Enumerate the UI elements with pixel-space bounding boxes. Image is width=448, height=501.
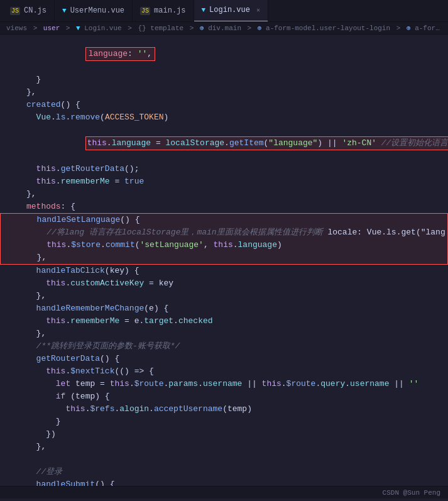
tab-usermenu-label: UserMenu.vue — [70, 6, 124, 15]
line-number — [0, 265, 24, 277]
code-line: }, — [0, 441, 448, 453]
vue-icon-login: ▼ — [202, 6, 206, 14]
vue-icon-usermenu: ▼ — [62, 7, 67, 14]
tab-usermenu[interactable]: ▼ UserMenu.vue — [55, 0, 133, 22]
line-content: } — [24, 416, 448, 428]
breadcrumb-arrow2: ⊕ — [258, 25, 262, 32]
breadcrumb-vue-icon: ▼ — [76, 25, 80, 32]
line-number — [0, 74, 24, 86]
breadcrumb: views > user > ▼ Login.vue > {} template… — [0, 22, 448, 35]
code-line: } — [0, 416, 448, 428]
line-content: }, — [24, 441, 448, 453]
highlight-block-1: handleSetLanguage() { //将lang 语言存在localS… — [0, 213, 448, 265]
line-number — [1, 251, 25, 264]
code-line: created() { — [0, 99, 448, 111]
line-content: handleRememberMeChange(e) { — [24, 302, 448, 315]
js-icon: JS — [10, 7, 20, 15]
tab-login[interactable]: ▼ Login.vue ✕ — [194, 0, 268, 22]
line-content: Vue.ls.remove(ACCESS_TOKEN) — [24, 111, 448, 124]
line-number — [0, 35, 24, 74]
line-number — [0, 478, 24, 486]
code-line: getRouterData() { — [0, 353, 448, 365]
line-content — [24, 453, 448, 466]
code-line: }, — [0, 86, 448, 99]
code-line: this.rememberMe = true — [0, 175, 448, 188]
breadcrumb-user: user — [43, 25, 60, 32]
line-number — [0, 290, 24, 302]
line-content: /**跳转到登录页面的参数-账号获取*/ — [24, 340, 448, 353]
line-number — [0, 175, 24, 188]
line-number — [0, 315, 24, 328]
line-content: }, — [24, 328, 448, 340]
line-number — [0, 378, 24, 390]
line-number — [0, 466, 24, 478]
line-number — [0, 163, 24, 175]
code-line — [0, 453, 448, 466]
code-line: handleSubmit() { — [0, 478, 448, 486]
code-line: this.$store.commit('setLanguage', this.l… — [1, 239, 447, 251]
line-content: }) — [24, 428, 448, 441]
app-window: JS CN.js ▼ UserMenu.vue JS main.js ▼ Log… — [0, 0, 448, 498]
code-line: handleTabClick(key) { — [0, 265, 448, 277]
line-number — [0, 99, 24, 111]
status-bar: CSDN @Sun Peng — [0, 486, 448, 498]
line-content: }, — [25, 251, 447, 264]
code-line: }, — [0, 290, 448, 302]
line-number — [0, 353, 24, 365]
code-line: this.customActiveKey = key — [0, 277, 448, 290]
line-content: //将lang 语言存在localStorage里，main里面就会根据属性值进… — [25, 226, 447, 239]
line-number — [0, 201, 24, 213]
line-number — [0, 188, 24, 201]
code-line: this.rememberMe = e.target.checked — [0, 315, 448, 328]
line-content: handleSubmit() { — [24, 478, 448, 486]
tab-main[interactable]: JS main.js — [133, 0, 194, 22]
line-content: this.language = localStorage.getItem("la… — [24, 124, 448, 163]
line-number — [0, 86, 24, 99]
code-line: //登录 — [0, 466, 448, 478]
line-content: //登录 — [24, 466, 448, 478]
line-content: methods: { — [24, 201, 448, 213]
line-content: this.getRouterData(); — [24, 163, 448, 175]
code-scroll[interactable]: language: '', } }, created() { Vue.ls.re… — [0, 35, 448, 486]
tab-login-label: Login.vue — [209, 6, 250, 14]
status-text: CSDN @Sun Peng — [383, 489, 440, 497]
line-number — [0, 416, 24, 428]
code-line: this.getRouterData(); — [0, 163, 448, 175]
line-number — [0, 365, 24, 378]
code-line: this.language = localStorage.getItem("la… — [0, 124, 448, 163]
code-line: }) — [0, 428, 448, 441]
tab-bar: JS CN.js ▼ UserMenu.vue JS main.js ▼ Log… — [0, 0, 448, 22]
line-number — [1, 239, 25, 251]
line-content: this.$refs.alogin.acceptUsername(temp) — [24, 403, 448, 416]
code-line: }, — [0, 328, 448, 340]
line-number — [1, 226, 25, 239]
line-content: language: '', — [24, 35, 448, 74]
code-line: this.$nextTick(() => { — [0, 365, 448, 378]
breadcrumb-views: views — [6, 25, 27, 32]
line-content: this.rememberMe = e.target.checked — [24, 315, 448, 328]
code-line: if (temp) { — [0, 390, 448, 403]
code-line: this.$refs.alogin.acceptUsername(temp) — [0, 403, 448, 416]
code-line: }, — [0, 188, 448, 201]
code-line: handleRememberMeChange(e) { — [0, 302, 448, 315]
code-line: methods: { — [0, 201, 448, 213]
line-content: } — [24, 74, 448, 86]
code-line: handleSetLanguage() { — [1, 214, 447, 226]
line-content: this.rememberMe = true — [24, 175, 448, 188]
code-line: /**跳转到登录页面的参数-账号获取*/ — [0, 340, 448, 353]
tab-cn[interactable]: JS CN.js — [3, 0, 55, 22]
line-number — [1, 214, 25, 226]
breadcrumb-arrow3: ⊕ — [407, 25, 411, 32]
breadcrumb-arrow1: ⊕ — [200, 25, 204, 32]
line-content: handleTabClick(key) { — [24, 265, 448, 277]
js-icon-main: JS — [140, 7, 150, 15]
code-line: }, — [1, 251, 447, 264]
line-number — [0, 441, 24, 453]
close-icon[interactable]: ✕ — [256, 6, 260, 14]
tab-cn-label: CN.js — [24, 6, 46, 15]
breadcrumb-divmain: div.main — [208, 25, 241, 32]
line-number — [0, 340, 24, 353]
line-number — [0, 277, 24, 290]
line-content: created() { — [24, 99, 448, 111]
line-content: handleSetLanguage() { — [25, 214, 447, 226]
